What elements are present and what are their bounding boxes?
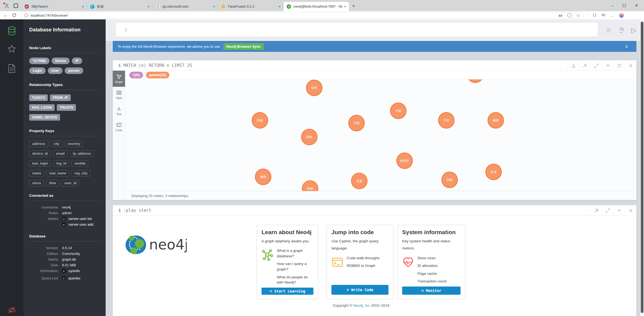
property-key-chip[interactable]: address — [29, 141, 48, 147]
tab-close-icon[interactable]: × — [147, 5, 150, 8]
graph-node[interactable]: 文超 — [351, 173, 367, 189]
site-info-icon[interactable]: i — [24, 13, 28, 17]
property-key-chip[interactable]: country — [65, 141, 83, 147]
graph-node[interactable]: 方超 — [390, 103, 406, 119]
guide-link[interactable]: RDBMS to Graph — [347, 263, 379, 269]
translate-icon[interactable]: aA — [559, 13, 562, 17]
graph-node[interactable]: 孙敏 — [441, 172, 458, 188]
neo4j-inc-link[interactable]: Neo4j, Inc — [353, 303, 370, 308]
tab-close-icon[interactable]: × — [278, 5, 281, 8]
node-label-chip[interactable]: Device — [52, 58, 70, 64]
property-key-chip[interactable]: last_login — [29, 160, 51, 167]
guide-link[interactable]: Page cache — [417, 271, 447, 276]
browser-tab[interactable]: FaceFusion 3.1.1× — [218, 2, 283, 11]
graph-node[interactable]: 徐秀英 — [396, 153, 413, 169]
monitor-button[interactable]: ⊙Monitor — [402, 287, 461, 295]
expand-icon[interactable] — [602, 205, 613, 216]
run-query-icon[interactable]: ▷ — [631, 27, 636, 34]
relationship-type-chip[interactable]: TRUSTS — [57, 104, 76, 111]
legend-chip[interactable]: *(25) — [129, 72, 143, 78]
guide-link[interactable]: Transaction count — [417, 279, 447, 284]
window-close-button[interactable]: × — [635, 3, 638, 8]
view-tab-code[interactable]: Code — [113, 119, 125, 135]
documents-drawer-icon[interactable] — [0, 64, 23, 73]
property-key-chip[interactable]: time — [46, 180, 59, 186]
graph-node[interactable]: 江刚 — [348, 115, 365, 131]
back-icon[interactable]: ← — [3, 13, 8, 18]
property-key-chip[interactable]: device_id — [29, 150, 51, 157]
sync-disconnected-icon[interactable] — [0, 306, 23, 314]
guide-link[interactable]: ID allocation — [417, 263, 447, 269]
node-label-chip[interactable]: User — [48, 67, 63, 74]
cypher-editor-input[interactable]: $ — [116, 23, 598, 37]
download-icon[interactable] — [568, 60, 579, 71]
node-label-chip[interactable]: *(17088) — [29, 58, 49, 64]
property-key-chip[interactable]: name — [29, 170, 44, 177]
browser-tab[interactable]: go.microsoft.com× — [152, 2, 218, 11]
rerun-icon[interactable] — [613, 60, 625, 71]
guide-link[interactable]: What do people do with Neo4j? — [277, 275, 313, 285]
guide-link[interactable]: Store sizes — [417, 255, 447, 261]
property-key-chip[interactable]: reg_city — [72, 170, 91, 177]
relationship-type-chip[interactable]: FROM_IP — [50, 94, 71, 101]
new-tab-button[interactable]: + — [349, 3, 359, 11]
view-tab-text[interactable]: A Text — [113, 103, 125, 119]
graph-canvas[interactable]: *(25)person(25) 邹军方超刘超江刚于杰戴雨邵静徐秀英赖刚史伟文超孙… — [125, 71, 636, 191]
pin-icon[interactable] — [590, 205, 602, 216]
collapse-icon[interactable] — [602, 60, 613, 71]
close-frame-icon[interactable] — [625, 60, 636, 71]
graph-node[interactable]: 邹军 — [306, 80, 322, 96]
property-key-chip[interactable]: real_name — [46, 170, 69, 177]
property-key-chip[interactable]: mobile — [72, 160, 88, 167]
write-code-button[interactable]: ⊙Write Code — [331, 285, 388, 295]
favorites-drawer-icon[interactable] — [0, 44, 23, 53]
legend-chip[interactable]: person(25) — [146, 72, 169, 78]
workspaces-icon[interactable] — [14, 4, 18, 8]
expand-icon[interactable] — [590, 60, 602, 71]
guide-link[interactable]: How can I query a graph? — [277, 261, 313, 272]
command-link[interactable]: ▸:server user add — [62, 222, 93, 226]
graph-node[interactable]: 戴雨 — [488, 112, 504, 129]
property-key-chip[interactable]: city — [51, 141, 63, 147]
view-tab-table[interactable]: Table — [113, 87, 125, 103]
command-link[interactable]: ▸:queries — [62, 276, 80, 280]
favorite-query-icon[interactable]: ☆ — [606, 27, 612, 34]
collections-icon[interactable] — [601, 13, 606, 17]
start-learning-button[interactable]: ⊙Start Learning — [262, 288, 313, 295]
property-key-chip[interactable]: user_id — [61, 180, 79, 186]
browser-tab[interactable]: SillyTavern× — [21, 2, 87, 11]
property-key-chip[interactable]: log_id — [53, 160, 69, 167]
graph-node[interactable]: 史伟 — [485, 164, 502, 180]
property-key-chip[interactable]: since — [29, 180, 44, 186]
relationship-type-chip[interactable]: HAS_LOGIN — [29, 104, 55, 111]
database-drawer-icon[interactable] — [0, 26, 23, 36]
banner-close-icon[interactable]: x — [625, 44, 631, 49]
address-bar[interactable]: i localhost:7474/browser/ aA ··· ☆ — [21, 12, 584, 19]
relationship-type-chip[interactable]: *(10017) — [29, 94, 48, 101]
reading-list-icon[interactable]: ··· — [567, 13, 572, 17]
tab-close-icon[interactable]: × — [82, 5, 84, 8]
tab-close-icon[interactable]: × — [213, 5, 215, 8]
scrollbar-thumb[interactable] — [641, 22, 643, 313]
page-scrollbar[interactable] — [640, 19, 644, 316]
browser-tab[interactable]: 欢迎× — [87, 2, 152, 11]
view-tab-graph[interactable]: Graph — [113, 71, 125, 87]
command-link[interactable]: ▸:sysinfo — [62, 269, 80, 273]
tab-close-icon[interactable]: × — [344, 5, 346, 8]
relationship-type-chip[interactable]: USING_DEVICE — [29, 114, 60, 121]
graph-node[interactable]: 刘超 — [252, 112, 268, 129]
clear-editor-icon[interactable] — [618, 27, 625, 34]
frame-query-text[interactable]: $ :play start — [118, 208, 151, 213]
window-minimize-button[interactable]: – — [611, 4, 613, 8]
browser-tab[interactable]: neo4j@bolt://localhost:7687 - Ne× — [283, 2, 349, 11]
browser-essentials-icon[interactable] — [592, 13, 597, 17]
node-label-chip[interactable]: person — [65, 67, 83, 74]
graph-node[interactable]: 于杰 — [438, 112, 455, 129]
command-link[interactable]: ▸:server user list — [62, 217, 93, 221]
node-label-chip[interactable]: Login — [29, 67, 46, 74]
property-key-chip[interactable]: ip_address — [70, 150, 94, 157]
pin-icon[interactable] — [579, 60, 590, 71]
close-frame-icon[interactable] — [625, 205, 636, 216]
collapse-icon[interactable] — [613, 205, 625, 216]
guide-link[interactable]: What is a graph database? — [277, 248, 313, 259]
